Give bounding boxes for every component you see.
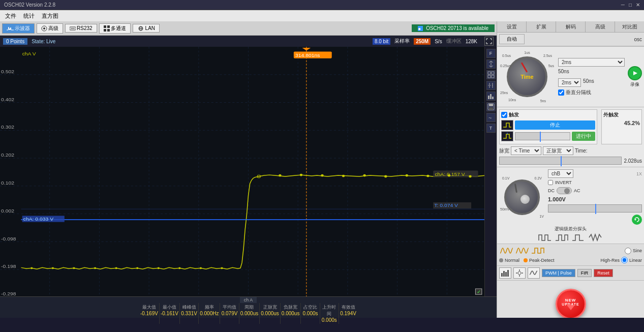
- trigger-icon2[interactable]: [501, 131, 513, 141]
- close-btn[interactable]: ✕: [636, 2, 640, 8]
- coupling-toggle[interactable]: [557, 187, 572, 194]
- wave-shape2[interactable]: [555, 233, 570, 242]
- svg-rect-102: [501, 273, 503, 277]
- svg-rect-104: [505, 272, 507, 277]
- peak-indicator: [524, 258, 528, 262]
- icon-math[interactable]: ~: [486, 113, 496, 122]
- icon-arrows-v[interactable]: [486, 59, 496, 69]
- meas-rise: 上升时间 0.000s: [320, 303, 339, 324]
- meas-pp: 峰峰值 0.331V: [180, 303, 199, 324]
- svg-text:-0.098: -0.098: [1, 236, 16, 241]
- svg-rect-7: [107, 29, 110, 32]
- acq-wave-icon2: [515, 246, 529, 255]
- fullscreen-btn[interactable]: [484, 37, 494, 46]
- time-knob[interactable]: Time: [507, 56, 547, 97]
- tab-decode[interactable]: 解码: [556, 21, 586, 32]
- svg-rect-6: [104, 29, 106, 32]
- oscilloscope-area: 示波器 高级 RS232 多通道 LAN ●: [0, 21, 497, 318]
- running-btn[interactable]: 进行中: [572, 132, 595, 141]
- toolbar-advanced[interactable]: 高级: [37, 23, 63, 34]
- settings-icon[interactable]: [513, 267, 526, 279]
- menu-file[interactable]: 文件: [2, 11, 19, 21]
- menu-histogram[interactable]: 直方图: [39, 11, 62, 21]
- wave-shape4[interactable]: [588, 233, 603, 242]
- osc-label: osc: [634, 37, 642, 42]
- vertical-divider-cb[interactable]: [558, 89, 564, 96]
- toolbar-rs232[interactable]: RS232: [65, 24, 97, 33]
- svg-text:T: 0.074 V: T: 0.074 V: [434, 203, 458, 208]
- svg-line-84: [491, 66, 493, 67]
- time-dropdown2[interactable]: 2ms: [558, 78, 581, 87]
- sine-label: Sine: [633, 248, 642, 253]
- right-content: 自动 osc 1us 2.5us 5us 0.5us: [497, 33, 644, 318]
- icon-f[interactable]: F: [486, 49, 496, 58]
- svg-rect-5: [107, 25, 110, 28]
- dc-label: DC: [548, 188, 555, 193]
- chb-knob[interactable]: [504, 179, 540, 215]
- svg-rect-87: [488, 75, 490, 78]
- svg-point-53: [363, 174, 366, 177]
- width-select[interactable]: 正脉宽: [543, 146, 573, 155]
- tab-expand[interactable]: 扩展: [527, 21, 556, 32]
- svg-rect-105: [507, 270, 509, 277]
- meas-freq: 频率 0.000Hz: [199, 303, 220, 324]
- tab-settings[interactable]: 设置: [497, 21, 527, 32]
- pwm-pulse-btn[interactable]: PWM | Pulse: [542, 269, 575, 277]
- chb-select[interactable]: chB: [548, 169, 573, 178]
- state-display: State: Live: [32, 39, 55, 44]
- waveform-display[interactable]: 0.502 0.402 0.302 0.202 0.102 0.002 -0.0…: [0, 47, 497, 296]
- icon-grid1[interactable]: [486, 70, 496, 79]
- ext-trigger-pct: 45.2%: [603, 120, 640, 126]
- trigger-cb[interactable]: [501, 112, 507, 118]
- toolbar-multichannel[interactable]: 多通道: [99, 23, 131, 34]
- invert-cb[interactable]: [548, 180, 553, 185]
- icon-t[interactable]: T: [486, 124, 496, 133]
- menu-stats[interactable]: 统计: [20, 11, 38, 21]
- minimize-btn[interactable]: ─: [621, 2, 625, 8]
- icon-save[interactable]: [486, 102, 496, 111]
- wave-shape1[interactable]: [538, 233, 553, 242]
- invert-label: INVERT: [555, 180, 572, 185]
- wave-type-label: 逻辑级差分探头: [555, 226, 587, 232]
- wave-shape3[interactable]: [571, 233, 587, 242]
- linear-radio[interactable]: [621, 257, 628, 263]
- toolbar-lan[interactable]: LAN: [133, 24, 160, 33]
- toolbar: 示波器 高级 RS232 多通道 LAN ●: [0, 21, 497, 36]
- maximize-btn[interactable]: □: [629, 2, 632, 8]
- reset-btn[interactable]: Reset: [594, 269, 613, 277]
- wave-icon-btn[interactable]: [528, 267, 540, 279]
- svg-text:-0.298: -0.298: [1, 291, 16, 296]
- icon-bar-chart[interactable]: [486, 92, 496, 101]
- ext-trigger-label: 外触发: [603, 111, 640, 118]
- meas-pos-width: 正脉宽 0.000us: [260, 303, 281, 324]
- spectrum-icon[interactable]: [499, 267, 511, 279]
- record-label: 录像: [630, 81, 639, 88]
- chb-refresh-btn[interactable]: [632, 215, 642, 225]
- svg-marker-101: [635, 219, 636, 221]
- toolbar-oscilloscope[interactable]: 示波器: [2, 23, 35, 34]
- time-select[interactable]: < Time: [511, 146, 541, 155]
- svg-text:0.402: 0.402: [1, 97, 14, 102]
- cb-label: 垂直分隔线: [566, 89, 591, 96]
- trigger-icon[interactable]: [501, 120, 513, 130]
- stop-btn[interactable]: 停止: [515, 120, 595, 130]
- svg-point-52: [342, 175, 345, 177]
- fir-btn[interactable]: FIR: [577, 269, 592, 277]
- tab-compare[interactable]: 对比图: [615, 21, 644, 32]
- svg-rect-93: [490, 94, 492, 99]
- auto-btn[interactable]: 自动: [499, 34, 525, 44]
- trigger-label: 触发: [509, 111, 519, 118]
- sample-unit: S/s: [435, 39, 442, 44]
- sine-radio[interactable]: [625, 248, 631, 254]
- record-btn[interactable]: [628, 66, 642, 80]
- svg-text:~: ~: [488, 115, 492, 121]
- meas-channel: ch A: [244, 297, 253, 303]
- svg-marker-99: [633, 71, 637, 75]
- icon-cursor[interactable]: [486, 81, 496, 90]
- time-dropdown1[interactable]: 2ms1ms500us: [558, 58, 625, 67]
- chb-1x: 1X: [636, 171, 642, 176]
- tab-advanced[interactable]: 高级: [586, 21, 615, 32]
- update-btn[interactable]: NEW UPDATE: [556, 289, 586, 318]
- main-layout: 示波器 高级 RS232 多通道 LAN ●: [0, 21, 644, 318]
- sample-rate-label: 采样率: [394, 38, 410, 45]
